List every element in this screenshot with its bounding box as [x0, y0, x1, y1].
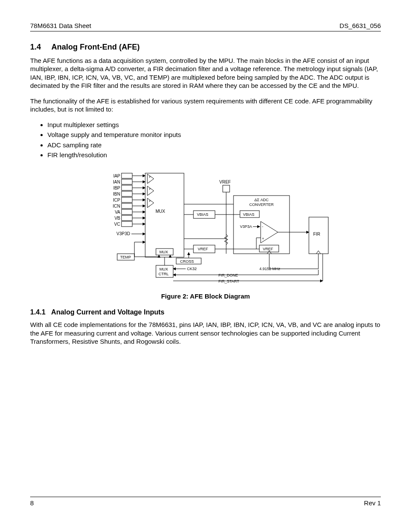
svg-text:VA: VA — [115, 210, 120, 215]
svg-text:ICN: ICN — [113, 204, 120, 208]
svg-text:CTRL: CTRL — [159, 272, 169, 276]
svg-rect-8 — [121, 209, 132, 215]
page-header: 78M6631 Data Sheet DS_6631_056 — [30, 22, 381, 31]
header-left: 78M6631 Data Sheet — [30, 22, 91, 30]
page-footer: 8 Rev 1 — [30, 497, 381, 507]
svg-text:-: - — [149, 192, 150, 196]
svg-rect-4 — [121, 185, 132, 190]
paragraph-2: The functionality of the AFE is establis… — [30, 97, 381, 114]
bullet-item: ADC sampling rate — [47, 141, 381, 149]
svg-rect-5 — [121, 191, 132, 196]
svg-text:VBIAS: VBIAS — [243, 212, 255, 217]
bullet-item: Voltage supply and temperature monitor i… — [47, 131, 381, 139]
svg-text:CROSS: CROSS — [180, 259, 194, 264]
svg-text:VC: VC — [114, 222, 120, 227]
svg-text:+: + — [149, 199, 151, 203]
bullet-item: Input multiplexer settings — [47, 121, 381, 129]
section-title: Analog Front-End (AFE) — [51, 43, 140, 51]
svg-text:MUX: MUX — [156, 209, 165, 214]
svg-text:FIR_START: FIR_START — [218, 279, 240, 283]
svg-text:VREF: VREF — [263, 247, 274, 251]
svg-text:VREF: VREF — [198, 247, 209, 251]
svg-text:-: - — [262, 224, 263, 229]
svg-text:IBP: IBP — [113, 186, 120, 190]
svg-rect-2 — [121, 173, 132, 178]
svg-text:+: + — [149, 187, 151, 191]
revision: Rev 1 — [364, 499, 381, 507]
section-heading: 1.4 Analog Front-End (AFE) — [30, 42, 381, 52]
paragraph-1: The AFE functions as a data acquisition … — [30, 56, 381, 90]
bullet-item: FIR length/resolution — [47, 151, 381, 159]
bullet-list: Input multiplexer settings Voltage suppl… — [30, 121, 381, 159]
svg-text:ΔΣ ADC: ΔΣ ADC — [254, 198, 269, 202]
svg-text:IAP: IAP — [113, 174, 120, 178]
subsection-heading: 1.4.1 Analog Current and Voltage Inputs — [30, 308, 381, 317]
svg-text:CONVERTER: CONVERTER — [249, 202, 274, 207]
svg-rect-9 — [121, 215, 132, 221]
svg-text:ICP: ICP — [113, 198, 120, 202]
svg-text:-: - — [149, 204, 150, 208]
afe-block-diagram: MUX IAP IAN IBP IBN ICP ICN VA VB VC + -… — [30, 170, 381, 286]
svg-text:VB: VB — [115, 216, 121, 221]
svg-text:MUX: MUX — [159, 250, 168, 254]
paragraph-3: With all CE code implementations for the… — [30, 320, 381, 346]
svg-text:CK32: CK32 — [187, 267, 197, 271]
svg-text:+: + — [262, 236, 264, 241]
subsection-title: Analog Current and Voltage Inputs — [51, 308, 165, 316]
svg-rect-3 — [121, 179, 132, 184]
svg-text:TEMP: TEMP — [120, 255, 131, 259]
svg-rect-10 — [121, 221, 132, 227]
svg-text:-: - — [149, 180, 150, 184]
svg-text:VREF: VREF — [219, 180, 231, 184]
page-number: 8 — [30, 499, 34, 507]
section-number: 1.4 — [30, 42, 50, 52]
svg-text:V3P3A: V3P3A — [240, 224, 252, 229]
svg-text:FIR: FIR — [313, 232, 320, 236]
figure-caption: Figure 2: AFE Block Diagram — [30, 292, 381, 301]
svg-text:V3P3D: V3P3D — [116, 231, 130, 236]
svg-rect-0 — [145, 173, 184, 257]
subsection-number: 1.4.1 — [30, 308, 50, 317]
svg-text:IBN: IBN — [113, 192, 120, 196]
svg-rect-6 — [121, 197, 132, 202]
svg-text:IAN: IAN — [113, 180, 120, 184]
svg-text:MUX: MUX — [159, 267, 168, 271]
svg-rect-7 — [121, 203, 132, 208]
svg-rect-63 — [223, 185, 230, 192]
svg-text:FIR_DONE: FIR_DONE — [218, 273, 238, 277]
header-right: DS_6631_056 — [339, 22, 381, 30]
svg-text:+: + — [149, 175, 151, 179]
svg-text:VBIAS: VBIAS — [197, 212, 209, 217]
